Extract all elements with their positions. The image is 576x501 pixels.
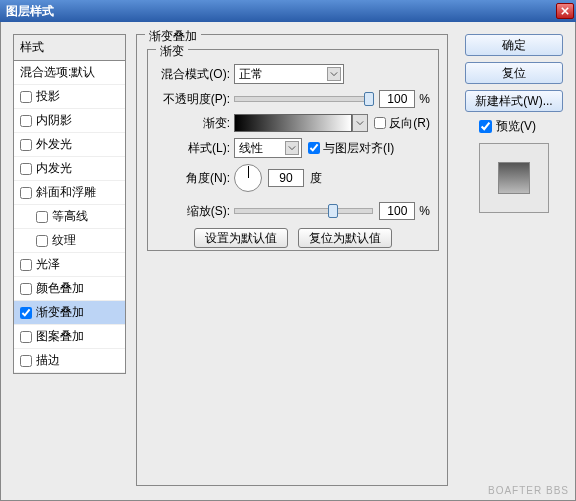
style-item-8[interactable]: 颜色叠加 [14, 277, 125, 301]
set-default-button[interactable]: 设置为默认值 [194, 228, 288, 248]
opacity-value[interactable]: 100 [379, 90, 415, 108]
style-item-11[interactable]: 描边 [14, 349, 125, 373]
style-label: 斜面和浮雕 [36, 184, 96, 201]
ok-button[interactable]: 确定 [465, 34, 563, 56]
opacity-unit: % [415, 92, 430, 106]
blend-mode-select[interactable]: 正常 [234, 64, 344, 84]
style-checkbox[interactable] [20, 307, 32, 319]
gradient-overlay-panel: 渐变叠加 渐变 混合模式(O): 正常 不透明度(P): 100 % 渐变: [136, 34, 448, 486]
preview-swatch [498, 162, 530, 194]
style-item-7[interactable]: 光泽 [14, 253, 125, 277]
style-checkbox[interactable] [36, 211, 48, 223]
blend-mode-label: 混合模式(O): [156, 66, 234, 83]
group-legend: 渐变 [156, 43, 188, 60]
style-label: 外发光 [36, 136, 72, 153]
style-item-6[interactable]: 纹理 [14, 229, 125, 253]
preview-box [479, 143, 549, 213]
gradient-picker-button[interactable] [352, 114, 368, 132]
preview-checkbox[interactable]: 预览(V) [465, 118, 563, 135]
style-checkbox[interactable] [20, 187, 32, 199]
style-label: 内发光 [36, 160, 72, 177]
angle-dial[interactable] [234, 164, 262, 192]
slider-thumb[interactable] [328, 204, 338, 218]
style-item-5[interactable]: 等高线 [14, 205, 125, 229]
style-label: 投影 [36, 88, 60, 105]
angle-value[interactable]: 90 [268, 169, 304, 187]
style-checkbox[interactable] [20, 283, 32, 295]
close-button[interactable] [556, 3, 574, 19]
angle-unit: 度 [304, 170, 322, 187]
style-label: 渐变叠加 [36, 304, 84, 321]
style-label: 样式(L): [156, 140, 234, 157]
style-checkbox[interactable] [20, 355, 32, 367]
style-label: 等高线 [52, 208, 88, 225]
style-checkbox[interactable] [20, 139, 32, 151]
opacity-label: 不透明度(P): [156, 91, 234, 108]
style-item-0[interactable]: 投影 [14, 85, 125, 109]
scale-unit: % [415, 204, 430, 218]
style-item-2[interactable]: 外发光 [14, 133, 125, 157]
align-checkbox[interactable]: 与图层对齐(I) [308, 140, 394, 157]
style-label: 描边 [36, 352, 60, 369]
scale-slider[interactable] [234, 208, 373, 214]
close-icon [561, 7, 569, 15]
style-label: 内阴影 [36, 112, 72, 129]
style-label: 光泽 [36, 256, 60, 273]
slider-thumb[interactable] [364, 92, 374, 106]
angle-label: 角度(N): [156, 170, 234, 187]
styles-list-panel: 样式 混合选项:默认 投影内阴影外发光内发光斜面和浮雕等高线纹理光泽颜色叠加渐变… [13, 34, 126, 374]
style-checkbox[interactable] [20, 163, 32, 175]
styles-header: 样式 [14, 35, 125, 61]
style-item-10[interactable]: 图案叠加 [14, 325, 125, 349]
scale-value[interactable]: 100 [379, 202, 415, 220]
dialog-title: 图层样式 [6, 3, 54, 20]
style-item-3[interactable]: 内发光 [14, 157, 125, 181]
style-checkbox[interactable] [20, 259, 32, 271]
style-label: 颜色叠加 [36, 280, 84, 297]
watermark: BOAFTER BBS [488, 485, 569, 496]
dial-pointer [248, 166, 249, 178]
opacity-slider[interactable] [234, 96, 373, 102]
style-item-1[interactable]: 内阴影 [14, 109, 125, 133]
gradient-group: 渐变 混合模式(O): 正常 不透明度(P): 100 % 渐变: [147, 49, 439, 251]
blend-options-item[interactable]: 混合选项:默认 [14, 61, 125, 85]
style-checkbox[interactable] [36, 235, 48, 247]
style-checkbox[interactable] [20, 115, 32, 127]
style-checkbox[interactable] [20, 91, 32, 103]
gradient-label: 渐变: [156, 115, 234, 132]
style-checkbox[interactable] [20, 331, 32, 343]
style-item-9[interactable]: 渐变叠加 [14, 301, 125, 325]
style-item-4[interactable]: 斜面和浮雕 [14, 181, 125, 205]
cancel-button[interactable]: 复位 [465, 62, 563, 84]
chevron-down-icon [327, 67, 341, 81]
reverse-checkbox[interactable]: 反向(R) [374, 115, 430, 132]
style-label: 图案叠加 [36, 328, 84, 345]
reset-default-button[interactable]: 复位为默认值 [298, 228, 392, 248]
new-style-button[interactable]: 新建样式(W)... [465, 90, 563, 112]
style-label: 纹理 [52, 232, 76, 249]
chevron-down-icon [285, 141, 299, 155]
gradient-swatch[interactable] [234, 114, 352, 132]
scale-label: 缩放(S): [156, 203, 234, 220]
style-select[interactable]: 线性 [234, 138, 302, 158]
right-button-panel: 确定 复位 新建样式(W)... 预览(V) [465, 34, 563, 213]
